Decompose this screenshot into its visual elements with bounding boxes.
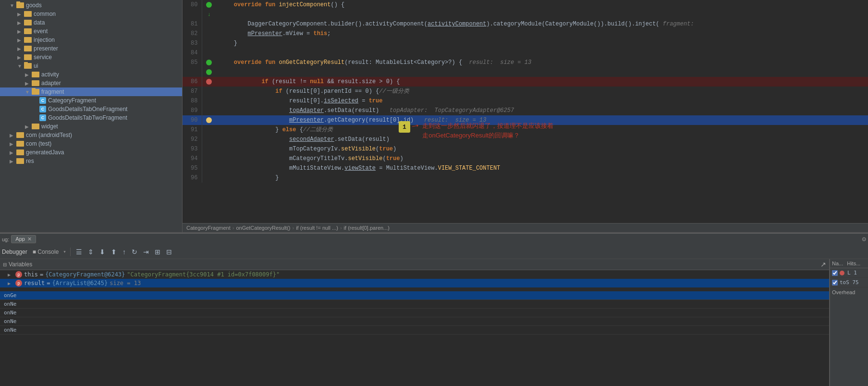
arrow-icon (25, 89, 31, 95)
hits-row-tos: toS 75 (830, 278, 868, 287)
line-number: 81 (183, 19, 202, 29)
breakpoint-green-icon[interactable] (206, 2, 212, 8)
breakpoint-yellow-icon[interactable] (206, 117, 212, 123)
console-arrow: ▾ (63, 249, 66, 255)
variables-label: Variables (9, 261, 32, 268)
console-tab-button[interactable]: ■ Console (30, 248, 61, 256)
callout-badge: 1 (399, 121, 410, 133)
sidebar-item-label: fragment (41, 88, 64, 95)
folder-icon (32, 89, 39, 95)
stack-row-onNe-4[interactable]: onNe (0, 326, 829, 335)
sidebar-item-goods[interactable]: goods (0, 1, 182, 10)
arrow-icon (25, 72, 31, 77)
callout-arrow-icon: → (411, 120, 419, 133)
sidebar-item-widget[interactable]: widget (0, 122, 182, 131)
sidebar-item-goods-tab-one[interactable]: C GoodsDetailsTabOneFragment (0, 105, 182, 113)
code-line-95: 95 mMultiStateView.viewState = MultiStat… (183, 163, 868, 173)
breadcrumb-sep-1: › (293, 225, 294, 231)
arrow-icon (25, 81, 31, 86)
sidebar-item-category-fragment[interactable]: C CategoryFragment (0, 96, 182, 105)
toolbar-btn-resize[interactable]: ⇕ (86, 247, 96, 257)
sidebar: goods common data event (0, 0, 183, 232)
folder-icon (16, 132, 24, 138)
toolbar-btn-up[interactable]: ⬆ (109, 247, 119, 257)
code-scroll[interactable]: 1 → 走到这一步然后就闪退了，按道理不是应该接着走onGetCategoryR… (183, 0, 868, 223)
breadcrumb-item-0[interactable]: CategoryFragment (186, 225, 231, 231)
sidebar-item-com-android-test[interactable]: com (androidTest) (0, 131, 182, 139)
code-content-84 (216, 48, 868, 58)
session-tab-app[interactable]: App ✕ (11, 235, 36, 243)
hits-checkbox-tos[interactable] (832, 280, 838, 286)
line-number: 95 (183, 163, 202, 173)
line-number: 83 (183, 38, 202, 48)
line-number: 92 (183, 135, 202, 144)
gutter-87 (202, 87, 216, 96)
sidebar-item-label: GoodsDetailsTabTwoFragment (48, 114, 127, 121)
code-content-87: if (result[0].parentId == 0) {//一级分类 (216, 87, 868, 96)
breakpoint-green-icon-2[interactable] (206, 69, 212, 75)
expand-icon[interactable]: ▶ (8, 281, 14, 286)
sidebar-item-fragment[interactable]: fragment (0, 87, 182, 96)
debugger-tab[interactable]: Debugger (2, 249, 27, 255)
sidebar-item-res[interactable]: res (0, 157, 182, 165)
toolbar-btn-resume[interactable]: ↻ (129, 247, 140, 257)
sidebar-item-goods-tab-two[interactable]: C GoodsDetailsTabTwoFragment (0, 113, 182, 122)
sidebar-item-event[interactable]: event (0, 27, 182, 36)
breakpoint-red-icon[interactable] (206, 79, 212, 85)
breadcrumb-item-2[interactable]: if (result != null ...) (296, 225, 338, 231)
code-content-80: override fun injectComponent() { (216, 0, 868, 19)
stack-row-onNe-2[interactable]: onNe (0, 309, 829, 317)
sidebar-item-common[interactable]: common (0, 10, 182, 18)
sidebar-item-generated-java[interactable]: generatedJava (0, 148, 182, 157)
sidebar-item-label: GoodsDetailsTabOneFragment (48, 106, 127, 112)
sidebar-item-label: common (34, 11, 56, 17)
variable-row-result[interactable]: ▶ p result = {ArrayList@6245} size = 13 (0, 279, 829, 287)
expand-icon[interactable]: ▶ (8, 272, 14, 277)
line-number: 90 (183, 115, 202, 125)
main-container: goods common data event (0, 0, 868, 386)
code-content-83: } (216, 38, 868, 48)
toolbar-btn-menu[interactable]: ☰ (73, 247, 85, 257)
class-icon: C (39, 97, 46, 104)
hits-checkbox-l1[interactable] (832, 270, 838, 276)
folder-icon (16, 158, 24, 164)
toolbar-btn-step[interactable]: ⇥ (141, 247, 151, 257)
breadcrumb-item-1[interactable]: onGetCategoryResult() (236, 225, 290, 231)
hits-dot-l1 (840, 271, 844, 275)
gutter-85 (202, 58, 216, 77)
stack-row-onNe-3[interactable]: onNe (0, 317, 829, 326)
editor-area: 1 → 走到这一步然后就闪退了，按道理不是应该接着走onGetCategoryR… (183, 0, 868, 232)
variable-row-this[interactable]: ▶ p this = {CategoryFragment@6243} "Cate… (0, 270, 829, 279)
sidebar-item-adapter[interactable]: adapter (0, 79, 182, 87)
close-icon[interactable]: ✕ (27, 236, 32, 242)
stack-row-onNe-1[interactable]: onNe (0, 300, 829, 309)
sidebar-item-presenter[interactable]: presenter (0, 44, 182, 53)
toolbar-btn-stepover[interactable]: ↑ (120, 247, 128, 257)
breakpoint-green-icon[interactable] (206, 60, 212, 65)
breadcrumb-item-3[interactable]: if (result[0].paren...) (344, 225, 390, 231)
folder-icon (24, 63, 32, 69)
toolbar-btn-down[interactable]: ⬇ (97, 247, 108, 257)
sidebar-item-activity[interactable]: activity (0, 70, 182, 79)
sidebar-item-data[interactable]: data (0, 18, 182, 27)
line-number: 80 (183, 0, 202, 19)
code-line-96: 96 } (183, 173, 868, 183)
gear-icon[interactable]: ⚙ (862, 235, 866, 243)
toolbar-btn-grid[interactable]: ⊞ (152, 247, 163, 257)
sidebar-item-ui[interactable]: ui (0, 62, 182, 70)
folder-icon (16, 2, 24, 8)
sidebar-item-service[interactable]: service (0, 53, 182, 62)
gutter-82 (202, 29, 216, 38)
line-number: 87 (183, 87, 202, 96)
hits-panel: Na... Hits... L 1 toS 75 Overhead (830, 259, 868, 386)
debug-area: ug: App ✕ ⚙ Debugger ■ Console ▾ ☰ ⇕ ⬇ ⬆… (0, 232, 868, 386)
sidebar-item-label: goods (26, 2, 42, 9)
hits-col-hits: Hits... (847, 261, 860, 266)
arrow-icon (25, 124, 31, 129)
variables-pin-icon[interactable]: ↗ (820, 261, 826, 268)
sidebar-item-injection[interactable]: injection (0, 36, 182, 44)
toolbar-btn-minus[interactable]: ⊟ (164, 247, 174, 257)
sidebar-item-com-test[interactable]: com (test) (0, 139, 182, 148)
stack-row-onGe[interactable]: onGe (0, 291, 829, 300)
line-number: 93 (183, 144, 202, 154)
